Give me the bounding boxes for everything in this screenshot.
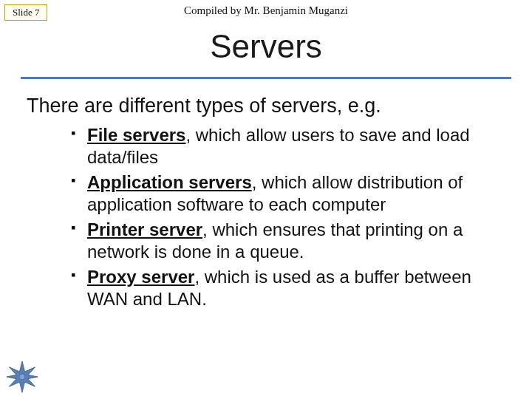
list-item: Printer server, which ensures that print… (71, 219, 491, 263)
page-title: Servers (0, 28, 532, 65)
list-item: File servers, which allow users to save … (71, 124, 491, 168)
bullet-list: File servers, which allow users to save … (71, 124, 491, 313)
svg-point-1 (19, 374, 25, 380)
list-item: Proxy server, which is used as a buffer … (71, 266, 491, 310)
compiled-by: Compiled by Mr. Benjamin Muganzi (0, 4, 532, 17)
title-underline (21, 77, 511, 79)
intro-text: There are different types of servers, e.… (27, 95, 505, 117)
bullet-term: Printer server (87, 219, 202, 239)
bullet-term: Proxy server (87, 267, 194, 287)
list-item: Application servers, which allow distrib… (71, 171, 491, 216)
bullet-term: File servers (87, 125, 185, 145)
bullet-term: Application servers (87, 172, 252, 192)
star-icon (6, 361, 38, 393)
